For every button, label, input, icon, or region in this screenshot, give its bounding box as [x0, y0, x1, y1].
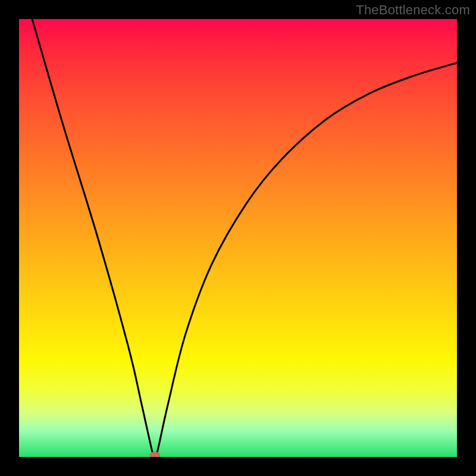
- bottleneck-curve: [32, 19, 457, 457]
- optimal-marker: [149, 452, 160, 457]
- chart-frame: TheBottleneck.com: [0, 0, 476, 476]
- watermark-text: TheBottleneck.com: [356, 2, 470, 18]
- chart-svg: [19, 19, 457, 457]
- curve-group: [32, 19, 457, 457]
- plot-area: [19, 19, 457, 457]
